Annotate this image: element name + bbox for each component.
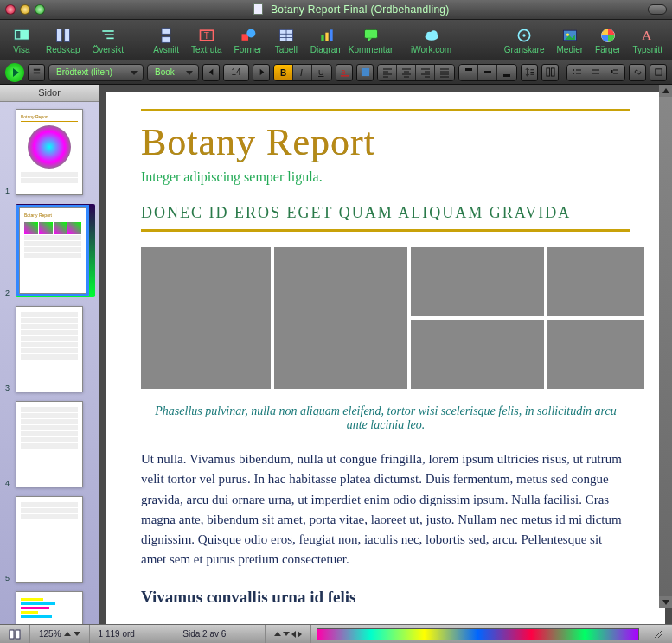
underline-button[interactable]: U bbox=[312, 65, 331, 80]
font-size-value: 14 bbox=[231, 67, 240, 77]
align-center-button[interactable] bbox=[397, 65, 416, 80]
toolbar-label: Textruta bbox=[191, 45, 222, 54]
page-down-button[interactable] bbox=[283, 632, 290, 636]
body-paragraph[interactable]: Ut nulla. Vivamus bibendum, nulla ut con… bbox=[141, 449, 630, 570]
table-button[interactable]: Tabell bbox=[268, 21, 304, 59]
image-2[interactable] bbox=[411, 247, 544, 316]
text-color-button[interactable]: a bbox=[336, 64, 353, 81]
page-thumb-4[interactable]: 4 bbox=[16, 401, 95, 487]
bold-button[interactable]: B bbox=[274, 65, 293, 80]
resize-grip[interactable] bbox=[644, 625, 672, 643]
font-size-input[interactable]: 14 bbox=[223, 64, 249, 81]
page-up-button[interactable] bbox=[274, 632, 281, 636]
doc-title[interactable]: Botany Report bbox=[141, 120, 630, 164]
doc-heading-3[interactable]: Vivamus convallis urna id felis bbox=[141, 588, 630, 607]
view-mode-button[interactable] bbox=[0, 625, 30, 643]
font-prev-button[interactable] bbox=[202, 64, 220, 81]
sections-button[interactable]: Redskap bbox=[40, 21, 86, 59]
toolbar-toggle-button[interactable] bbox=[648, 4, 667, 15]
page-thumb-3[interactable]: 3 bbox=[16, 306, 95, 392]
zoom-down-icon[interactable] bbox=[74, 632, 80, 636]
table-icon bbox=[277, 27, 296, 44]
list-indent-button[interactable] bbox=[605, 65, 624, 80]
textbox-icon: T bbox=[197, 27, 216, 44]
image-caption[interactable]: Phasellus pulvinar, nulla non aliquam el… bbox=[150, 404, 622, 432]
document-icon bbox=[253, 3, 263, 15]
toolbar-label: Tabell bbox=[275, 45, 298, 54]
textbox-button[interactable]: T Textruta bbox=[185, 21, 228, 59]
svg-rect-35 bbox=[340, 75, 348, 76]
outline-button[interactable]: Översikt bbox=[86, 21, 130, 59]
top-rule bbox=[141, 109, 630, 111]
page-thumb-5[interactable]: 5 bbox=[16, 496, 95, 583]
page-indicator[interactable]: Sida 2 av 6 bbox=[144, 625, 266, 643]
pages-icon bbox=[9, 629, 21, 640]
zoom-control[interactable]: 125% bbox=[30, 625, 90, 643]
toolbar-label: Granskare bbox=[504, 45, 545, 54]
page-next-button[interactable] bbox=[298, 631, 302, 638]
align-left-button[interactable] bbox=[378, 65, 397, 80]
image-4[interactable] bbox=[274, 247, 407, 389]
page-thumb-2[interactable]: Botany Report 2 bbox=[16, 204, 95, 297]
valign-bottom-button[interactable] bbox=[497, 65, 516, 80]
list-bullet-button[interactable] bbox=[567, 65, 586, 80]
resize-icon bbox=[653, 629, 663, 640]
font-dropdown[interactable]: Book bbox=[147, 64, 199, 81]
more-button[interactable] bbox=[650, 64, 667, 81]
close-icon[interactable] bbox=[5, 4, 16, 15]
comment-button[interactable]: Kommentar bbox=[349, 21, 393, 59]
sidebar-title: Sidor bbox=[0, 85, 99, 102]
align-justify-button[interactable] bbox=[435, 65, 454, 80]
scroll-up-button[interactable] bbox=[659, 85, 672, 97]
toolbar-label: Avsnitt bbox=[153, 45, 179, 54]
page-thumb-1[interactable]: Botany Report 1 bbox=[16, 109, 95, 195]
svg-point-42 bbox=[573, 69, 574, 71]
image-5[interactable] bbox=[411, 320, 544, 389]
doc-heading-2[interactable]: DONEC ID EROS EGET QUAM ALIQUAM GRAVIDA bbox=[141, 204, 630, 222]
image-1[interactable] bbox=[141, 247, 271, 389]
vertical-scrollbar[interactable] bbox=[659, 85, 672, 608]
shapes-button[interactable]: Former bbox=[228, 21, 268, 59]
inspector-button[interactable]: Granskare bbox=[498, 21, 551, 59]
valign-top-button[interactable] bbox=[459, 65, 478, 80]
colors-button[interactable]: Färger bbox=[589, 21, 626, 59]
paragraph-style-dropdown[interactable]: Brödtext (liten) bbox=[48, 64, 144, 81]
image-6[interactable] bbox=[547, 320, 644, 389]
minimize-icon[interactable] bbox=[20, 4, 30, 15]
italic-button[interactable]: I bbox=[293, 65, 312, 80]
doc-subtitle[interactable]: Integer adipiscing semper ligula. bbox=[141, 169, 630, 185]
window-controls bbox=[5, 4, 45, 15]
link-button[interactable] bbox=[629, 64, 646, 81]
page-thumb-6[interactable]: 6 bbox=[16, 591, 95, 624]
bg-color-button[interactable] bbox=[356, 64, 374, 81]
svg-rect-20 bbox=[364, 29, 377, 38]
toolbar-label: Medier bbox=[557, 45, 584, 54]
font-button[interactable]: A Typsnitt bbox=[627, 21, 669, 59]
navigator-strip[interactable] bbox=[317, 628, 639, 640]
line-spacing-button[interactable] bbox=[521, 64, 538, 81]
font-next-button[interactable] bbox=[253, 64, 270, 81]
view-button[interactable]: Visa bbox=[3, 21, 40, 59]
status-bar: 125% 1 119 ord Sida 2 av 6 bbox=[0, 624, 672, 643]
page-prev-button[interactable] bbox=[291, 631, 296, 638]
style-menu-button[interactable] bbox=[28, 64, 45, 81]
pagebreak-button[interactable]: Avsnitt bbox=[147, 21, 185, 59]
svg-rect-45 bbox=[10, 630, 14, 639]
list-none-button[interactable] bbox=[586, 65, 605, 80]
media-button[interactable]: Medier bbox=[551, 21, 590, 59]
valign-middle-button[interactable] bbox=[478, 65, 497, 80]
align-right-button[interactable] bbox=[416, 65, 435, 80]
word-count[interactable]: 1 119 ord bbox=[90, 625, 144, 643]
play-button[interactable] bbox=[5, 63, 24, 82]
iwork-button[interactable]: iWork.com bbox=[410, 21, 453, 59]
titlebar: Botany Report Final (Ordbehandling) bbox=[0, 0, 672, 19]
document-viewport[interactable]: Botany Report Integer adipiscing semper … bbox=[99, 85, 672, 624]
svg-rect-36 bbox=[361, 68, 368, 76]
toolbar-label: Former bbox=[234, 45, 262, 54]
chart-button[interactable]: Diagram bbox=[304, 21, 349, 59]
image-3[interactable] bbox=[547, 247, 644, 316]
scroll-down-button[interactable] bbox=[659, 596, 672, 608]
columns-button[interactable] bbox=[541, 64, 559, 81]
zoom-icon[interactable] bbox=[35, 4, 45, 15]
zoom-up-icon[interactable] bbox=[64, 632, 71, 636]
